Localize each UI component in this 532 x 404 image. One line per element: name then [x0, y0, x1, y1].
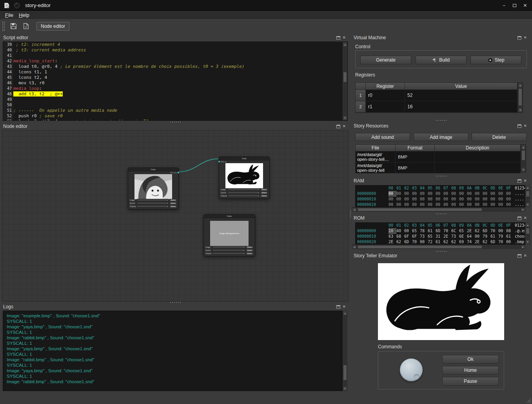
close-panel-icon[interactable]: ✕ — [343, 124, 346, 128]
float-panel-icon[interactable] — [517, 124, 521, 128]
hex-byte[interactable]: 69 — [459, 239, 467, 244]
hex-byte[interactable]: 00 — [490, 202, 498, 207]
register-name-cell[interactable]: r0 — [366, 90, 405, 101]
node-combo[interactable]: ▾ — [228, 188, 260, 191]
hex-byte[interactable]: 00 — [490, 197, 498, 202]
value-column-header[interactable]: Value — [405, 83, 517, 90]
delete-button[interactable]: Delete — [472, 133, 527, 141]
hex-byte[interactable]: 73 — [451, 234, 459, 239]
node-select-button[interactable]: Select — [169, 205, 177, 208]
register-column-header[interactable]: Register — [366, 83, 405, 90]
registers-scrollbar[interactable]: ▲ ▼ — [517, 83, 523, 113]
node-canvas[interactable]: Node Port Out Image▾SelectSound▾SelectOu… — [2, 130, 349, 302]
hex-byte[interactable]: 70 — [490, 228, 498, 234]
node-combo[interactable]: ▾ — [228, 195, 260, 197]
pause-button[interactable]: Pause — [442, 377, 499, 386]
hex-byte[interactable]: 61 — [436, 239, 443, 244]
hex-byte[interactable]: 00 — [506, 202, 514, 207]
splitter-handle[interactable] — [2, 121, 349, 123]
scroll-down-icon[interactable]: ▼ — [521, 167, 526, 172]
float-panel-icon[interactable] — [336, 305, 340, 309]
logs-scrollbar[interactable]: ▲ ▼ — [342, 311, 347, 391]
hex-byte[interactable]: 00 — [483, 197, 490, 202]
node-combo[interactable]: ▾ — [212, 246, 245, 248]
node-combo[interactable]: ▾ — [137, 199, 169, 201]
export-script-button[interactable] — [21, 21, 31, 31]
hex-byte[interactable]: 00 — [396, 202, 404, 207]
hex-byte[interactable]: 40 — [396, 228, 404, 234]
hex-byte[interactable]: 00 — [420, 202, 428, 207]
add-sound-button[interactable]: Add sound — [355, 133, 410, 141]
hex-byte[interactable]: 62 — [475, 228, 483, 234]
script-code-lines[interactable]: ; t2: increment 4 ; t3: current media ad… — [13, 42, 342, 120]
hex-byte[interactable]: 00 — [459, 191, 467, 197]
close-panel-icon[interactable]: ✕ — [524, 36, 527, 40]
hex-byte[interactable]: 6D — [404, 239, 412, 244]
splitter-handle[interactable] — [2, 301, 349, 303]
hex-byte[interactable]: 2E — [443, 234, 451, 239]
hex-byte[interactable]: 00 — [404, 197, 412, 202]
hex-byte[interactable]: 68 — [396, 234, 404, 239]
hex-byte[interactable]: 2E — [475, 239, 483, 244]
scroll-up-icon[interactable]: ▲ — [521, 145, 526, 150]
register-value-cell[interactable]: 52 — [405, 90, 517, 101]
hex-byte[interactable]: 6D — [490, 239, 498, 244]
resource-format-cell[interactable]: BMP — [396, 151, 435, 162]
hex-byte[interactable]: 00 — [404, 191, 412, 197]
float-panel-icon[interactable] — [517, 217, 521, 220]
register-value-cell[interactable]: 16 — [405, 101, 517, 113]
hex-byte[interactable]: 00 — [467, 197, 475, 202]
splitter-handle[interactable] — [352, 119, 530, 121]
generate-button[interactable]: Generate — [360, 56, 411, 64]
hex-byte[interactable]: 00 — [443, 197, 451, 202]
float-panel-icon[interactable] — [336, 36, 340, 40]
float-panel-icon[interactable] — [517, 179, 521, 183]
hex-byte[interactable]: 65 — [428, 234, 436, 239]
float-panel-icon[interactable] — [517, 254, 521, 258]
hex-byte[interactable]: 65 — [412, 228, 420, 234]
close-panel-icon[interactable]: ✕ — [524, 124, 527, 128]
hex-byte[interactable]: 6D — [436, 228, 443, 234]
node-select-button[interactable]: Select — [246, 252, 253, 255]
hex-byte[interactable]: 79 — [483, 234, 490, 239]
minimize-button[interactable]: − — [499, 1, 509, 10]
maximize-button[interactable] — [509, 1, 520, 10]
hex-byte[interactable]: 00 — [483, 191, 490, 197]
node-select-button[interactable]: Select — [260, 195, 268, 197]
hex-byte[interactable]: 31 — [436, 234, 443, 239]
hex-byte[interactable]: 00 — [475, 234, 483, 239]
hex-byte[interactable]: 62 — [396, 239, 404, 244]
hex-byte[interactable]: 70 — [443, 228, 451, 234]
menu-item-help[interactable]: Help — [16, 12, 32, 18]
hex-byte[interactable]: 2E — [467, 228, 475, 234]
media-node[interactable]: Node Wait ev Image▾SelectSound▾SelectOut… — [219, 157, 270, 199]
hex-byte[interactable]: 00 — [412, 202, 420, 207]
hex-byte[interactable]: 00 — [389, 197, 396, 202]
hex-byte[interactable]: 2E — [389, 239, 396, 244]
node-select-button[interactable]: Select — [246, 246, 253, 249]
resource-description-cell[interactable] — [435, 162, 521, 173]
hex-byte[interactable]: 00 — [412, 197, 420, 202]
resource-description-cell[interactable] — [435, 151, 521, 162]
ram-vscrollbar[interactable]: ▲ ▼ — [525, 185, 530, 207]
hex-byte[interactable]: 61 — [428, 228, 436, 234]
hex-byte[interactable]: 08 — [506, 228, 514, 234]
rotary-knob[interactable] — [400, 359, 423, 381]
hex-byte[interactable]: 00 — [404, 228, 412, 234]
hex-byte[interactable]: 00 — [443, 202, 451, 207]
hex-byte[interactable]: 00 — [475, 202, 483, 207]
hex-byte[interactable]: 62 — [443, 239, 451, 244]
scroll-down-icon[interactable]: ▼ — [525, 202, 530, 207]
hex-byte[interactable]: 00 — [475, 197, 483, 202]
hex-byte[interactable]: 00 — [451, 191, 459, 197]
resource-format-cell[interactable]: BMP — [396, 162, 435, 173]
scroll-left-icon[interactable]: ◄ — [352, 245, 357, 249]
hex-byte[interactable]: 00 — [490, 191, 498, 197]
hex-byte[interactable]: 00 — [451, 197, 459, 202]
media-node[interactable]: Node Port Out Image▾SelectSound▾SelectOu… — [128, 167, 179, 209]
close-panel-icon[interactable]: ✕ — [524, 216, 527, 220]
hex-byte[interactable]: 6D — [483, 228, 490, 234]
node-combo[interactable]: ▾ — [137, 202, 169, 204]
hex-byte[interactable]: 79 — [498, 234, 506, 239]
node-combo[interactable]: ▾ — [137, 205, 169, 207]
